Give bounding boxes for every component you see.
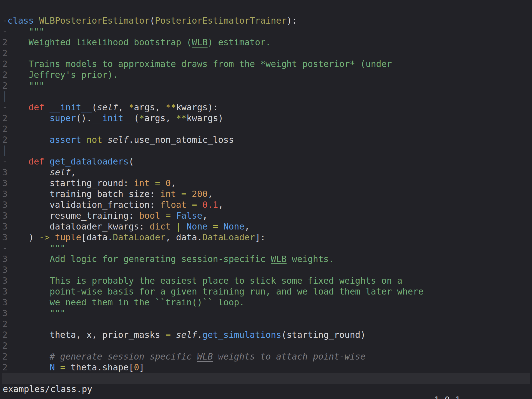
code-line: 2 # generate session specific WLB weight…	[2, 351, 423, 362]
code-token	[187, 189, 192, 199]
code-line: 2 super().__init__(*args, **kwargs)	[2, 113, 423, 124]
code-token: =	[60, 362, 66, 372]
fold-column-marker: 3	[2, 265, 7, 275]
code-token: **	[165, 102, 176, 112]
code-token: resume_training:	[7, 211, 139, 221]
code-line: │	[2, 91, 423, 102]
code-token	[171, 330, 176, 340]
code-token: (starting_round)	[281, 330, 365, 340]
fold-column-marker: │	[2, 146, 7, 156]
code-token: 0.1	[202, 200, 218, 210]
code-token	[176, 189, 181, 199]
code-token: starting_round:	[7, 178, 134, 188]
code-token: 200	[192, 189, 208, 199]
fold-column-marker: -	[2, 102, 7, 112]
code-token: ->	[39, 232, 50, 242]
code-token: (	[150, 16, 155, 26]
code-token: validation_fraction:	[7, 200, 160, 210]
code-token: weights.	[287, 254, 334, 264]
code-token: """	[7, 243, 66, 253]
code-line: - def __init__(self, *args, **kwargs):	[2, 102, 423, 113]
code-token: ().	[76, 113, 92, 123]
code-token: *	[129, 102, 134, 112]
code-line: 3 validation_fraction: float = 0.1,	[2, 200, 423, 210]
code-line: 3 self,	[2, 167, 423, 178]
code-token: dataloader_kwargs:	[7, 221, 150, 231]
code-token	[171, 221, 176, 231]
code-token: PosteriorEstimatorTrainer	[155, 16, 287, 26]
fold-column-marker: -	[2, 156, 7, 166]
fold-column-marker: 2	[2, 81, 7, 91]
code-token: self	[97, 102, 118, 112]
code-token	[7, 156, 29, 166]
code-token: WLB	[197, 351, 213, 361]
code-line: - def get_dataloaders(	[2, 156, 423, 167]
code-token	[150, 178, 155, 188]
fold-column-marker: 3	[2, 200, 7, 210]
fold-column-marker: 2	[2, 341, 7, 351]
code-token: assert	[50, 135, 81, 145]
code-token: This is probably the easiest place to st…	[7, 276, 402, 286]
editor-buffer[interactable]: -class WLBPosteriorEstimator(PosteriorEs…	[2, 4, 423, 373]
code-line: - """	[2, 243, 423, 254]
code-token: WLB	[271, 254, 287, 264]
code-token: Add logic for generating session-specifi…	[7, 254, 271, 264]
code-line: 3 point-wise basis for a given training …	[2, 286, 423, 297]
code-token: ,	[71, 167, 76, 177]
code-token: (	[92, 102, 97, 112]
code-token: get_dataloaders	[50, 156, 129, 166]
code-token: float	[160, 200, 187, 210]
code-token: [data.	[81, 232, 113, 242]
code-token: ,	[171, 178, 176, 188]
code-token: weights to attach point-wise	[213, 351, 366, 361]
code-line: 3 This is probably the easiest place to …	[2, 275, 423, 286]
code-token	[7, 362, 50, 372]
code-token: None	[224, 221, 245, 231]
code-line: 2 N = theta.shape[0]	[2, 362, 423, 373]
code-token: super	[50, 113, 76, 123]
code-token: training_batch_size:	[7, 189, 160, 199]
code-token: ,	[118, 102, 129, 112]
terminal-window: -class WLBPosteriorEstimator(PosteriorEs…	[0, 0, 532, 399]
code-token: __init__	[92, 113, 134, 123]
code-token: __init__	[50, 102, 92, 112]
code-token: self	[50, 167, 71, 177]
code-token	[102, 135, 107, 145]
code-line: 3 """	[2, 308, 423, 319]
code-token: kwargs):	[176, 102, 218, 112]
fold-column-marker: 3	[2, 254, 7, 264]
code-token: ,	[218, 200, 224, 210]
code-token: DataLoader	[202, 232, 255, 242]
code-token	[50, 232, 55, 242]
code-token: |	[176, 221, 181, 231]
fold-column-marker: -	[2, 16, 7, 26]
code-line: - """	[2, 26, 423, 37]
code-token	[7, 135, 50, 145]
code-token: # generate session specific	[7, 351, 197, 361]
code-line: 2 assert not self.use_non_atomic_loss	[2, 134, 423, 145]
code-token: =	[192, 200, 197, 210]
fold-column-marker: 3	[2, 232, 7, 242]
code-line: 2 Jeffrey's prior).	[2, 69, 423, 80]
code-token: **	[176, 113, 187, 123]
code-token: def	[29, 102, 44, 112]
code-token	[218, 221, 224, 231]
code-token: (	[129, 156, 134, 166]
code-token: ) estimator.	[208, 37, 271, 47]
fold-column-marker: 2	[2, 59, 7, 69]
code-token: tuple	[55, 232, 81, 242]
code-line: 2	[2, 340, 423, 351]
code-token: we need them in the ``train()`` loop.	[7, 297, 244, 307]
code-token: WLBPosteriorEstimator	[39, 16, 150, 26]
code-token: int	[160, 189, 176, 199]
fold-column-marker: 3	[2, 221, 7, 231]
code-token: Jeffrey's prior).	[7, 70, 118, 80]
code-token: theta, x, prior_masks	[7, 330, 165, 340]
code-token: =	[155, 178, 160, 188]
code-token: ]	[139, 362, 144, 372]
fold-column-marker: 2	[2, 351, 7, 361]
code-token: 0	[134, 362, 139, 372]
fold-column-marker: 3	[2, 286, 7, 296]
code-line: │	[2, 145, 423, 156]
code-token: theta.shape[	[66, 362, 134, 372]
